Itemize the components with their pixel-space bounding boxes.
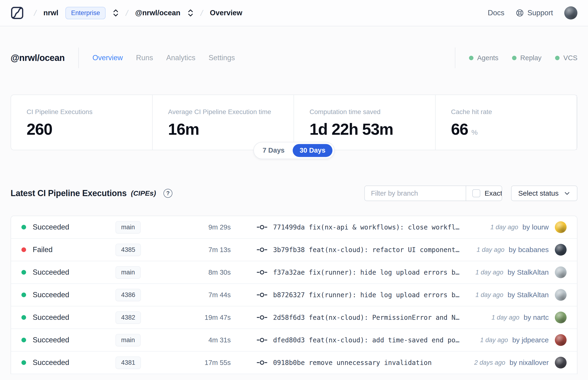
branch-badge[interactable]: 4382 (115, 311, 141, 324)
table-row[interactable]: Succeeded 4382 19m 47s 2d58f6d3 feat(nx-… (11, 306, 577, 329)
stat-value: 16m (168, 120, 199, 138)
row-duration: 8m 30s (189, 268, 231, 276)
status-replay[interactable]: Replay (512, 54, 541, 62)
stat-ci-pipeline-executions: CI Pipeline Executions 260 (11, 95, 153, 150)
branch-badge[interactable]: 4386 (115, 289, 141, 301)
branch-filter-input[interactable] (365, 186, 466, 201)
row-author: by bcabanes (509, 246, 549, 254)
user-avatar[interactable] (564, 6, 577, 19)
cipe-filters: Exact Select status (364, 186, 577, 201)
git-commit-icon (257, 270, 267, 275)
status-agents-label: Agents (477, 54, 498, 62)
table-row[interactable]: Succeeded main 4m 31s dfed80d3 feat(nx-c… (11, 329, 577, 352)
help-icon[interactable]: ? (163, 189, 172, 198)
branch-badge[interactable]: 4385 (115, 244, 141, 256)
table-row[interactable]: Succeeded main 8m 30s f37a32ae fix(runne… (11, 261, 577, 284)
row-time: 1 day ago (476, 246, 505, 253)
author-avatar (555, 289, 567, 301)
status-vcs-label: VCS (563, 54, 577, 62)
row-status: Succeeded (33, 291, 69, 299)
breadcrumb-separator: / (125, 8, 129, 18)
commit-message[interactable]: b8726327 fix(runner): hide log upload er… (273, 291, 459, 299)
row-status: Succeeded (33, 313, 69, 322)
exact-filter: Exact (466, 186, 502, 201)
stats-card: CI Pipeline Executions 260 Average CI Pi… (11, 95, 577, 150)
row-status: Failed (33, 246, 53, 254)
row-time: 2 days ago (474, 359, 505, 366)
row-author: by nartc (524, 313, 549, 322)
tab-runs[interactable]: Runs (136, 54, 153, 62)
git-commit-icon (257, 292, 267, 298)
tab-analytics[interactable]: Analytics (166, 54, 195, 62)
org-switcher-chevrons-icon[interactable] (113, 9, 119, 17)
row-status: Succeeded (33, 336, 69, 344)
workspace-switcher-chevrons-icon[interactable] (188, 9, 193, 17)
range-30-days-button[interactable]: 30 Days (293, 144, 333, 157)
status-dot-icon (21, 225, 26, 229)
status-vcs[interactable]: VCS (555, 54, 577, 62)
stat-computation-time-saved: Computation time saved 1d 22h 53m (294, 95, 436, 150)
workspace-header: @nrwl/ocean Overview Runs Analytics Sett… (11, 47, 577, 68)
row-duration: 17m 55s (189, 359, 231, 367)
page-title: @nrwl/ocean (11, 53, 65, 63)
author-avatar (555, 334, 567, 346)
stat-average-execution-time: Average CI Pipeline Execution time 16m (153, 95, 294, 150)
row-status: Succeeded (33, 223, 69, 231)
breadcrumb-separator: / (200, 8, 204, 18)
stat-value: 260 (27, 120, 52, 138)
table-row[interactable]: Succeeded main 9m 29s 771499da fix(nx-ap… (11, 216, 577, 239)
commit-message[interactable]: 771499da fix(nx-api & workflows): close … (273, 223, 459, 231)
range-7-days-button[interactable]: 7 Days (255, 144, 292, 157)
stat-suffix: % (471, 128, 478, 136)
row-duration: 7m 13s (189, 246, 231, 254)
git-commit-icon (257, 225, 267, 230)
table-row[interactable]: Failed 4385 7m 13s 3b79fb38 feat(nx-clou… (11, 239, 577, 261)
breadcrumb-current-page[interactable]: Overview (210, 9, 242, 17)
support-link[interactable]: Support (515, 9, 553, 17)
table-row[interactable]: Succeeded 4386 7m 44s b8726327 fix(runne… (11, 284, 577, 306)
git-commit-icon (257, 315, 267, 320)
tab-settings[interactable]: Settings (209, 54, 235, 62)
tab-overview[interactable]: Overview (93, 54, 123, 62)
stat-label: CI Pipeline Executions (27, 108, 152, 116)
status-agents[interactable]: Agents (469, 54, 498, 62)
breadcrumb-separator: / (33, 8, 38, 18)
commit-message[interactable]: f37a32ae fix(runner): hide log upload er… (273, 268, 459, 276)
docs-link[interactable]: Docs (488, 9, 505, 17)
select-status-label: Select status (518, 189, 559, 197)
lifebuoy-icon (515, 9, 524, 17)
nx-cloud-logo-icon[interactable] (11, 6, 24, 19)
row-time: 1 day ago (480, 337, 508, 344)
green-dot-icon (512, 56, 516, 60)
commit-message[interactable]: 2d58f6d3 feat(nx-cloud): PermissionError… (273, 314, 459, 322)
branch-badge[interactable]: 4381 (115, 357, 141, 369)
commit-message[interactable]: 3b79fb38 feat(nx-cloud): refactor UI com… (273, 246, 459, 254)
row-author: by StalkAltan (508, 268, 549, 276)
table-row[interactable]: Succeeded 4381 17m 55s 0918b0be remove u… (11, 352, 577, 374)
date-range-toggle: 7 Days 30 Days (253, 142, 334, 159)
exact-checkbox[interactable] (472, 189, 480, 197)
branch-badge[interactable]: main (115, 334, 141, 346)
commit-message[interactable]: 0918b0be remove unnecessary invalidation (273, 359, 432, 367)
row-status: Succeeded (33, 358, 69, 367)
main-content: @nrwl/ocean Overview Runs Analytics Sett… (0, 47, 588, 374)
cipe-section-header: Latest CI Pipeline Executions (CIPEs) ? … (11, 186, 577, 201)
header-divider (78, 47, 79, 68)
breadcrumb-org[interactable]: nrwl (43, 9, 58, 17)
cipe-section-title: Latest CI Pipeline Executions (11, 188, 127, 198)
row-duration: 7m 44s (189, 291, 231, 299)
top-navbar: / nrwl Enterprise / @nrwl/ocean / Overvi… (0, 0, 588, 26)
select-status-dropdown[interactable]: Select status (511, 186, 577, 201)
green-dot-icon (469, 56, 474, 60)
git-commit-icon (257, 247, 267, 252)
stat-cache-hit-rate: Cache hit rate 66 % (436, 95, 577, 150)
breadcrumb-workspace[interactable]: @nrwl/ocean (135, 9, 180, 17)
commit-message[interactable]: dfed80d3 feat(nx-cloud): add time-saved … (273, 336, 459, 344)
branch-badge[interactable]: main (115, 221, 141, 233)
git-commit-icon (257, 360, 267, 365)
stat-label: Cache hit rate (451, 108, 577, 116)
author-avatar (555, 312, 567, 323)
branch-badge[interactable]: main (115, 266, 141, 279)
chevron-down-icon (564, 190, 570, 197)
green-dot-icon (555, 56, 560, 60)
